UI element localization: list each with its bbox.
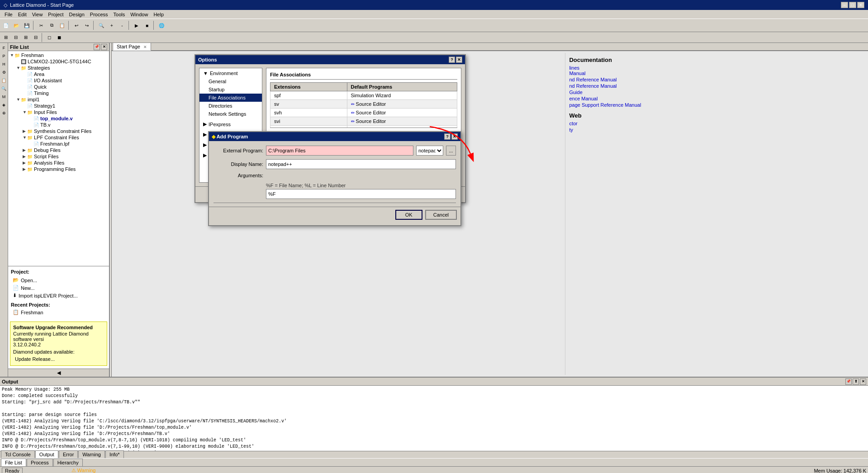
tree-project-freshman[interactable]: ▼ 📁 Freshman (9, 52, 108, 58)
external-program-combo[interactable]: notepad++.exe (416, 146, 443, 156)
tb-save[interactable]: 💾 (22, 20, 32, 30)
doc-link-guide[interactable]: Guide (569, 90, 863, 95)
tb-globe[interactable]: 🌐 (157, 20, 166, 30)
minimize-btn[interactable]: – (841, 2, 848, 8)
menu-project[interactable]: Project (45, 11, 66, 18)
tb-paste[interactable]: 📋 (57, 20, 67, 30)
left-icon-4[interactable]: ⚙ (0, 69, 8, 76)
tb-copy[interactable]: ⧉ (47, 20, 57, 30)
tree-strategy1[interactable]: 📄 Strategy1 (22, 103, 108, 109)
menu-edit[interactable]: Edit (15, 11, 29, 18)
doc-link-ref2[interactable]: nd Reference Manual (569, 83, 863, 89)
tree-lpf-constraint[interactable]: ▼ 📁 LPF Constraint Files (22, 134, 108, 141)
nav-file-associations[interactable]: File Associations (199, 94, 262, 102)
tree-input-files[interactable]: ▼ 📁 Input Files (22, 109, 108, 115)
tb-new[interactable]: 📄 (1, 20, 11, 30)
tree-debug-files[interactable]: ▶ 📁 Debug Files (22, 147, 108, 153)
doc-link-support[interactable]: page Support Reference Manual (569, 102, 863, 108)
panel-close-btn[interactable]: ✕ (101, 44, 107, 50)
new-project-btn[interactable]: 📄 New... (11, 284, 106, 292)
output-pin-btn[interactable]: 📌 (845, 378, 852, 385)
web-link-ty[interactable]: ty (569, 127, 863, 132)
open-project-btn[interactable]: 📂 Open... (11, 276, 106, 284)
close-btn[interactable]: ✕ (857, 2, 864, 8)
maximize-btn[interactable]: □ (849, 2, 856, 8)
add-program-ok-btn[interactable]: OK (395, 210, 422, 220)
tb2-6[interactable]: ◼ (54, 33, 64, 43)
tree-timing[interactable]: 📄 Timing (22, 90, 108, 96)
nav-ipexpress[interactable]: ▶ IPexpress (199, 120, 262, 128)
nav-network-settings[interactable]: Network Settings (199, 110, 262, 118)
tb2-5[interactable]: ◻ (44, 33, 54, 43)
tab-file-list[interactable]: File List (1, 459, 26, 466)
left-icon-1[interactable]: F (0, 44, 8, 52)
menu-help[interactable]: Help (151, 11, 166, 18)
nav-environment[interactable]: ▼ Environment (199, 69, 262, 77)
panel-pin-btn[interactable]: 📌 (94, 44, 100, 50)
left-icon-2[interactable]: P (0, 52, 8, 60)
add-program-help-btn[interactable]: ? (444, 133, 451, 140)
tb-run[interactable]: ▶ (132, 20, 142, 30)
tree-freshman-lpf[interactable]: 📄 Freshman.lpf (28, 141, 108, 147)
tb2-2[interactable]: ⊟ (11, 33, 21, 43)
output-close-btn[interactable]: ✕ (860, 378, 866, 385)
tb-open[interactable]: 📂 (11, 20, 21, 30)
arguments-input[interactable] (266, 189, 456, 199)
display-name-input[interactable] (266, 159, 456, 169)
tb-zoom-out[interactable]: - (117, 20, 127, 30)
left-icon-3[interactable]: H (0, 61, 8, 68)
import-project-btn[interactable]: ⬇ Import ispLEVER Project... (11, 292, 106, 299)
external-program-input[interactable] (266, 146, 413, 156)
tb-zoom-in[interactable]: + (107, 20, 117, 30)
tree-programming-files[interactable]: ▶ 📁 Programming Files (22, 166, 108, 172)
tab-start-page[interactable]: Start Page ✕ (113, 43, 151, 51)
doc-link-manual[interactable]: Manual (569, 71, 863, 76)
left-icon-7[interactable]: M (0, 93, 8, 100)
nav-directories[interactable]: Directories (199, 102, 262, 110)
tree-area[interactable]: 📄 Area (22, 71, 108, 77)
recent-freshman-btn[interactable]: 📋 Freshman (11, 308, 106, 316)
tb2-3[interactable]: ⊞ (21, 33, 31, 43)
options-help-btn[interactable]: ? (449, 57, 455, 63)
tree-io-assistant[interactable]: 📄 I/O Assistant (22, 77, 108, 84)
add-program-cancel-btn[interactable]: Cancel (425, 210, 457, 220)
tree-strategies[interactable]: ▼ 📁 Strategies (15, 65, 108, 71)
web-link-ctor[interactable]: ctor (569, 121, 863, 126)
tree-top-module[interactable]: 📄 top_module.v (28, 115, 108, 122)
update-release-btn[interactable]: Update Release... (13, 355, 104, 363)
options-close-btn[interactable]: ✕ (456, 57, 462, 63)
tree-impl1[interactable]: ▼ 📁 impl1 (15, 96, 108, 103)
left-icon-5[interactable]: 📋 (0, 77, 8, 84)
tab-info[interactable]: Info* (105, 450, 124, 458)
menu-tools[interactable]: Tools (111, 11, 128, 18)
tb-cut[interactable]: ✂ (36, 20, 46, 30)
menu-design[interactable]: Design (66, 11, 87, 18)
doc-link-ref1[interactable]: nd Reference Manual (569, 77, 863, 82)
scroll-collapse-btn[interactable]: ◀ (8, 369, 109, 377)
tb-stop[interactable]: ■ (142, 20, 152, 30)
menu-window[interactable]: Window (128, 11, 151, 18)
tab-output[interactable]: Output (35, 450, 58, 458)
tab-tcl-console[interactable]: Tcl Console (1, 450, 35, 458)
left-icon-8[interactable]: ◈ (0, 101, 8, 109)
left-icon-9[interactable]: ⊕ (0, 109, 8, 117)
tree-synthesis-constraint[interactable]: ▶ 📁 Synthesis Constraint Files (22, 128, 108, 134)
tree-analysis-files[interactable]: ▶ 📁 Analysis Files (22, 160, 108, 166)
nav-general[interactable]: General (199, 77, 262, 85)
browse-btn[interactable]: ... (446, 146, 456, 156)
doc-link-lines[interactable]: lines (569, 65, 863, 71)
tb2-4[interactable]: ⊟ (31, 33, 41, 43)
tree-tb-v[interactable]: 📄 TB.v (28, 122, 108, 128)
menu-view[interactable]: View (29, 11, 46, 18)
menu-process[interactable]: Process (87, 11, 111, 18)
left-icon-6[interactable]: 🔍 (0, 85, 8, 92)
tab-warning[interactable]: Warning (78, 450, 105, 458)
tree-quick[interactable]: 📄 Quick (22, 84, 108, 90)
tb-undo[interactable]: ↩ (71, 20, 81, 30)
tb-find[interactable]: 🔍 (96, 20, 106, 30)
nav-startup[interactable]: Startup (199, 85, 262, 94)
tab-process[interactable]: Process (27, 459, 53, 466)
doc-link-ence[interactable]: ence Manual (569, 96, 863, 101)
tab-error[interactable]: Error (59, 450, 78, 458)
output-float-btn[interactable]: ⬆ (853, 378, 859, 385)
